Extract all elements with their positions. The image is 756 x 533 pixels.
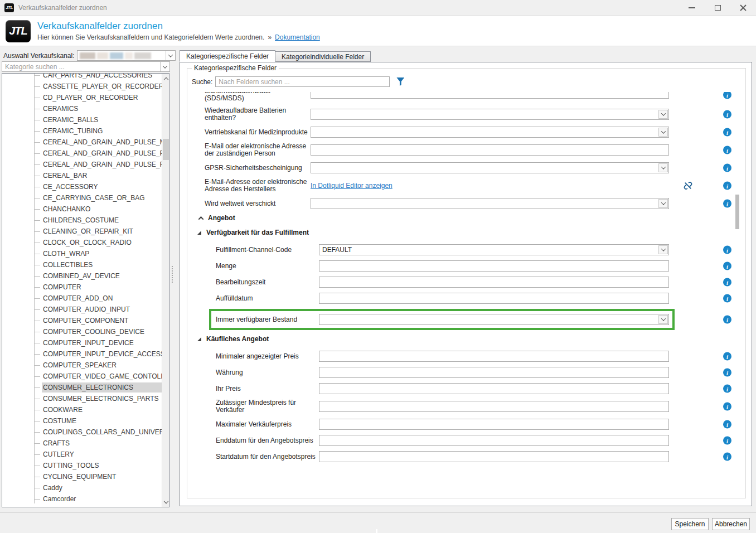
tree-scrollbar-thumb[interactable]	[163, 139, 169, 160]
tree-item[interactable]: CEREAL_AND_GRAIN_AND_PULSE_MINI...	[2, 137, 162, 148]
scroll-down-icon[interactable]	[162, 498, 169, 507]
minimize-button[interactable]	[679, 0, 705, 16]
fields-scrollbar[interactable]	[735, 92, 739, 497]
tree-item[interactable]: COMPUTER_COMPONENT	[2, 315, 162, 326]
unlink-icon[interactable]	[684, 181, 692, 190]
tree-item[interactable]: CYCLING_EQUIPMENT	[2, 471, 162, 482]
tree-item[interactable]: CAR_PARTS_AND_ACCESSORIES	[2, 74, 162, 81]
tree-item[interactable]: COMPUTER_INPUT_DEVICE	[2, 337, 162, 348]
dropdown-arrow-button[interactable]	[658, 163, 668, 172]
info-icon[interactable]: i	[723, 246, 731, 254]
field-search-input[interactable]	[215, 76, 390, 87]
tree-item[interactable]: COUPLINGS_COLLARS_AND_UNIVERSAL...	[2, 427, 162, 438]
field-dropdown[interactable]	[311, 127, 669, 138]
tree-item[interactable]: COMPUTER_INPUT_DEVICE_ACCESSORY	[2, 348, 162, 360]
field-input[interactable]	[319, 435, 669, 446]
field-dropdown[interactable]	[311, 162, 669, 173]
field-input[interactable]	[319, 401, 669, 412]
tree-item[interactable]: CEREAL_BAR	[2, 170, 162, 181]
info-icon[interactable]: i	[723, 262, 731, 270]
tree-item[interactable]: COMPUTER_SPEAKER	[2, 360, 162, 371]
field-input[interactable]	[319, 260, 669, 272]
info-icon[interactable]: i	[723, 110, 731, 119]
tree-item[interactable]: COLLECTIBLES	[2, 259, 162, 270]
field-dropdown[interactable]	[311, 198, 669, 209]
filter-icon[interactable]	[396, 77, 404, 86]
info-icon[interactable]: i	[723, 385, 731, 393]
field-input[interactable]	[319, 367, 669, 378]
tree-item[interactable]: CLEANING_OR_REPAIR_KIT	[2, 226, 162, 237]
tree-item[interactable]: CERAMICS	[2, 103, 162, 114]
tree-item[interactable]: Camcorder	[2, 493, 162, 505]
tree-item[interactable]: CERAMIC_TUBING	[2, 125, 162, 137]
tree-item[interactable]: Caddy	[2, 482, 162, 493]
tree-item[interactable]: CONSUMER_ELECTRONICS_PARTS	[2, 393, 162, 404]
info-icon[interactable]: i	[723, 437, 731, 445]
tree-item[interactable]: CHANCHANKO	[2, 203, 162, 215]
field-input[interactable]	[311, 144, 669, 156]
tree-item[interactable]: CUTTING_TOOLS	[2, 460, 162, 471]
tree-item[interactable]: COMPUTER_ADD_ON	[2, 293, 162, 304]
tree-item[interactable]: CUTLERY	[2, 449, 162, 460]
dropdown-arrow-button[interactable]	[658, 245, 668, 254]
field-input[interactable]	[319, 293, 669, 304]
category-search-arrow-button[interactable]	[160, 62, 169, 71]
tree-item[interactable]: CE_CARRYING_CASE_OR_BAG	[2, 192, 162, 203]
close-button[interactable]	[730, 0, 756, 16]
channel-select-arrow-button[interactable]	[166, 51, 175, 60]
tree-item[interactable]: CEREAL_AND_GRAIN_AND_PULSE_PRO...	[2, 148, 162, 159]
tree-item[interactable]: COMPUTER_COOLING_DEVICE	[2, 326, 162, 337]
tab-kategorieindividuelle-felder[interactable]: Kategorieindividuelle Felder	[275, 51, 371, 62]
info-icon[interactable]: i	[723, 294, 731, 303]
info-icon[interactable]: i	[723, 146, 731, 154]
panel-splitter[interactable]	[172, 266, 173, 283]
tree-item[interactable]: COMBINED_AV_DEVICE	[2, 270, 162, 282]
tree-item[interactable]: CRAFTS	[2, 438, 162, 449]
info-icon[interactable]: i	[723, 92, 731, 99]
field-input[interactable]	[319, 451, 669, 462]
info-icon[interactable]: i	[723, 278, 731, 287]
info-icon[interactable]: i	[723, 453, 731, 461]
dropdown-arrow-button[interactable]	[658, 128, 668, 137]
info-icon[interactable]: i	[723, 352, 731, 361]
tree-item[interactable]: CLOCK_OR_CLOCK_RADIO	[2, 237, 162, 248]
info-icon[interactable]: i	[723, 369, 731, 377]
tree-item[interactable]: CERAMIC_BALLS	[2, 114, 162, 125]
dropdown-arrow-button[interactable]	[658, 315, 668, 324]
documentation-link[interactable]: Dokumentation	[275, 33, 320, 41]
info-icon[interactable]: i	[723, 164, 731, 172]
tree-item[interactable]: COMPUTER_AUDIO_INPUT	[2, 304, 162, 315]
field-dropdown[interactable]	[319, 314, 669, 325]
tree-item[interactable]: CONSUMER_ELECTRONICS	[2, 382, 162, 393]
tree-item[interactable]: CD_PLAYER_OR_RECORDER	[2, 92, 162, 103]
dropdown-arrow-button[interactable]	[658, 110, 668, 119]
field-input[interactable]	[319, 277, 669, 288]
info-icon[interactable]: i	[723, 316, 731, 324]
cancel-button[interactable]: Abbrechen	[712, 518, 750, 530]
scroll-up-icon[interactable]	[162, 74, 169, 82]
field-dropdown[interactable]: DEFAULT	[319, 244, 669, 255]
maximize-button[interactable]	[705, 0, 730, 16]
tree-item[interactable]: CHILDRENS_COSTUME	[2, 215, 162, 226]
dotliquid-editor-link[interactable]: In Dotliquid Editor anzeigen	[311, 182, 392, 190]
save-button[interactable]: Speichern	[671, 518, 709, 530]
tree-item[interactable]: CEREAL_AND_GRAIN_AND_PULSE_PRO...	[2, 159, 162, 170]
tab-kategoriespezifische-felder[interactable]: Kategoriespezifische Felder	[180, 50, 275, 62]
subsection-header-verf-gbarkeit-f-r-das-fulfillment[interactable]: Verfügbarkeit für das Fulfillment	[187, 229, 735, 236]
fields-scrollbar-thumb[interactable]	[735, 195, 739, 229]
field-input[interactable]	[319, 383, 669, 394]
field-input[interactable]	[319, 351, 669, 362]
tree-item[interactable]: COMPUTER	[2, 282, 162, 293]
subsection-header-k-ufliches-angebot[interactable]: Käufliches Angebot	[187, 335, 735, 343]
section-header-angebot[interactable]: Angebot	[187, 214, 735, 222]
tree-item[interactable]: COOKWARE	[2, 404, 162, 415]
category-search-combo[interactable]: Kategorie suchen ...	[2, 61, 170, 72]
tree-scrollbar[interactable]	[162, 74, 169, 507]
dropdown-arrow-button[interactable]	[658, 199, 668, 208]
tree-item[interactable]: CLOTH_WRAP	[2, 248, 162, 259]
info-icon[interactable]: i	[723, 403, 731, 411]
info-icon[interactable]: i	[723, 182, 731, 190]
field-input[interactable]	[311, 92, 669, 99]
info-icon[interactable]: i	[723, 200, 731, 208]
field-input[interactable]	[319, 419, 669, 430]
